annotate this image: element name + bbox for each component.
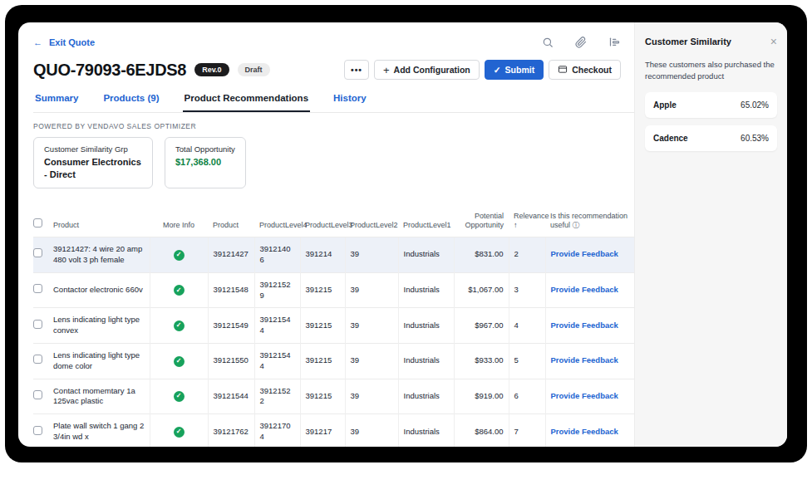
level2-cell: 39: [345, 272, 398, 308]
checkout-button[interactable]: Checkout: [549, 60, 621, 80]
more-info-check-icon[interactable]: ✓: [174, 285, 185, 296]
provide-feedback-link[interactable]: Provide Feedback: [551, 285, 618, 294]
table-row: Contact momemtary 1a 125vac plastic✓3912…: [33, 379, 634, 414]
level1-cell: Industrials: [398, 237, 454, 273]
col-product-name[interactable]: Product: [48, 208, 150, 237]
revision-badge: Rev.0: [194, 63, 229, 76]
feedback-cell: Provide Feedback: [545, 343, 634, 379]
sort-ascending-icon[interactable]: ↑: [514, 221, 518, 229]
main-content: ← Exit Quote QUO-79093-6EJDS8 Rev.0 Draf…: [18, 22, 634, 447]
provide-feedback-link[interactable]: Provide Feedback: [551, 391, 618, 400]
relevance-cell: 7: [509, 414, 545, 447]
col-useful[interactable]: Is this recommendation useful ⓘ: [545, 208, 634, 237]
provide-feedback-link[interactable]: Provide Feedback: [551, 321, 618, 330]
title-row: QUO-79093-6EJDS8 Rev.0 Draft ••• + Add C…: [33, 60, 634, 80]
similarity-value: 60.53%: [741, 134, 769, 143]
tab-history[interactable]: History: [332, 91, 368, 112]
row-checkbox[interactable]: [33, 426, 42, 435]
customer-name: Cadence: [653, 134, 688, 143]
row-checkbox[interactable]: [33, 390, 42, 399]
recommendations-table: Product More Info Product ProductLevel4 …: [33, 208, 634, 447]
level4-cell: 39121704: [254, 414, 300, 447]
card-value: $17,368.00: [175, 156, 235, 169]
checkout-card-icon: [558, 65, 568, 76]
row-checkbox[interactable]: [33, 355, 42, 364]
window-icon-group: [542, 36, 621, 48]
status-badge: Draft: [238, 63, 270, 76]
panel-title: Customer Similarity: [645, 37, 731, 46]
provide-feedback-link[interactable]: Provide Feedback: [551, 355, 618, 365]
row-checkbox[interactable]: [33, 284, 42, 293]
paperclip-icon[interactable]: [575, 37, 587, 48]
level4-cell: 39121544: [254, 308, 300, 344]
col-level3[interactable]: ProductLevel3: [300, 208, 345, 237]
col-relevance[interactable]: Relevance ↑: [509, 208, 545, 237]
level4-cell: 39121544: [254, 343, 300, 379]
row-checkbox[interactable]: [33, 248, 42, 257]
total-opportunity-card: Total Opportunity $17,368.00: [165, 137, 246, 188]
close-icon[interactable]: ×: [770, 36, 777, 47]
product-name-cell: 39121427: 4 wire 20 amp 480 volt 3 ph fe…: [48, 237, 150, 273]
tab-bar: Summary Products (9) Product Recommendat…: [33, 91, 634, 113]
more-info-check-icon[interactable]: ✓: [174, 321, 185, 331]
level1-cell: Industrials: [398, 308, 454, 344]
provide-feedback-link[interactable]: Provide Feedback: [551, 427, 618, 436]
similarity-customer-row[interactable]: Apple65.02%: [645, 92, 777, 118]
more-options-button[interactable]: •••: [344, 60, 369, 80]
product-cell: 39121549: [208, 308, 254, 344]
select-all-checkbox[interactable]: [33, 218, 42, 228]
col-level2[interactable]: ProductLevel2: [345, 208, 398, 237]
level1-cell: Industrials: [398, 343, 454, 379]
table-row: Lens indicating light type dome color✓39…: [33, 343, 634, 379]
level4-cell: 39121529: [254, 272, 300, 308]
info-icon[interactable]: ⓘ: [573, 221, 580, 229]
opportunity-cell: $933.00: [454, 343, 509, 379]
page-title: QUO-79093-6EJDS8: [33, 61, 186, 80]
tab-products[interactable]: Products (9): [101, 91, 160, 112]
product-name-cell: Plate wall switch 1 gang 2 3/4in wd x: [48, 414, 150, 447]
quote-actions: ••• + Add Configuration ✓ Submit Checkou…: [344, 60, 621, 80]
search-icon[interactable]: [542, 37, 554, 48]
level3-cell: 391215: [300, 308, 345, 344]
col-opportunity[interactable]: Potential Opportunity: [454, 208, 509, 237]
row-checkbox[interactable]: [33, 320, 42, 329]
feedback-cell: Provide Feedback: [545, 379, 634, 414]
table-row: Lens indicating light type convex✓391215…: [33, 308, 634, 344]
level1-cell: Industrials: [398, 379, 454, 414]
tab-product-recommendations[interactable]: Product Recommendations: [183, 91, 311, 112]
panel-description: These customers also purchased the recom…: [645, 59, 777, 82]
level3-cell: 391214: [300, 237, 345, 273]
col-level4[interactable]: ProductLevel4: [254, 208, 300, 237]
more-info-check-icon[interactable]: ✓: [174, 356, 185, 367]
product-name-cell: Lens indicating light type convex: [48, 308, 150, 344]
more-info-check-icon[interactable]: ✓: [174, 427, 185, 438]
more-info-check-icon[interactable]: ✓: [174, 391, 185, 402]
product-cell: 39121544: [208, 379, 254, 414]
relevance-cell: 2: [509, 237, 545, 273]
level1-cell: Industrials: [398, 272, 454, 308]
submit-button[interactable]: ✓ Submit: [485, 60, 544, 80]
exit-quote-link[interactable]: ← Exit Quote: [33, 37, 95, 47]
similarity-customer-row[interactable]: Cadence60.53%: [645, 125, 777, 151]
customer-similarity-panel: Customer Similarity × These customers al…: [634, 22, 787, 447]
tab-summary[interactable]: Summary: [33, 91, 80, 112]
col-product[interactable]: Product: [208, 208, 254, 237]
level3-cell: 391217: [300, 414, 345, 447]
feedback-cell: Provide Feedback: [545, 272, 634, 308]
opportunity-cell: $831.00: [454, 237, 509, 273]
provide-feedback-link[interactable]: Provide Feedback: [551, 249, 618, 258]
col-more-info[interactable]: More Info: [150, 208, 208, 237]
add-configuration-button[interactable]: + Add Configuration: [374, 60, 480, 80]
level3-cell: 391215: [300, 343, 345, 379]
panel-toggle-icon[interactable]: [608, 36, 621, 48]
level3-cell: 391215: [300, 272, 345, 308]
relevance-cell: 4: [509, 308, 545, 344]
level3-cell: 391215: [300, 379, 345, 414]
level2-cell: 39: [345, 343, 398, 379]
level4-cell: 39121522: [254, 379, 300, 414]
more-info-check-icon[interactable]: ✓: [174, 250, 185, 261]
check-icon: ✓: [494, 65, 501, 75]
similarity-customer-list: Apple65.02%Cadence60.53%: [645, 92, 777, 151]
col-level1[interactable]: ProductLevel1: [398, 208, 454, 237]
similarity-value: 65.02%: [741, 100, 769, 110]
